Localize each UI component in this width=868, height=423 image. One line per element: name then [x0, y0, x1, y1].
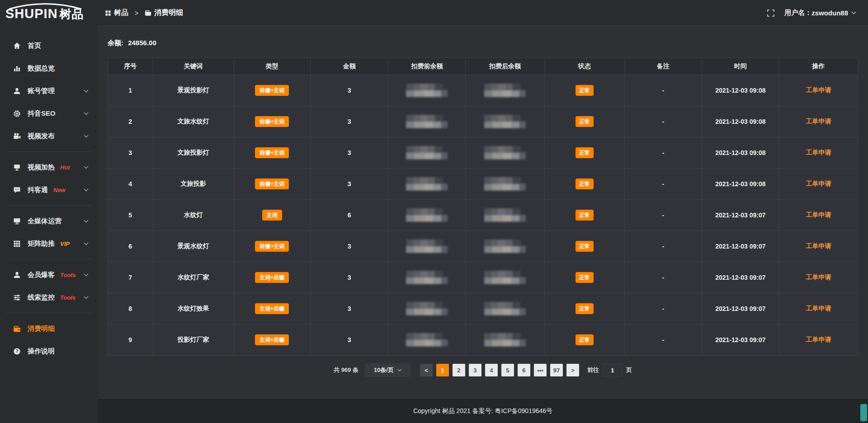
sidebar-item-label: 操作说明 [28, 347, 55, 356]
cell-balance-after [466, 106, 544, 137]
table-row: 3 文旅投影灯 前缀+主词 3 正常 - 2021-12-03 09:08 工单… [108, 137, 858, 169]
logo-arc [7, 2, 83, 9]
cell-type: 主词+后缀 [234, 324, 310, 356]
chevron-down-icon [84, 188, 89, 192]
work-order-link[interactable]: 工单申请 [806, 336, 831, 343]
cell-keyword: 景观水纹灯 [153, 231, 234, 262]
page-button-1[interactable]: 1 [436, 364, 449, 376]
sidebar-item-data-overview[interactable]: 数据总览 [0, 57, 98, 80]
page-button-5[interactable]: 5 [501, 364, 514, 376]
sidebar-item-home[interactable]: 首页 [0, 34, 98, 57]
cell-balance-after [466, 137, 544, 169]
cell-keyword: 投影灯厂家 [153, 324, 234, 356]
sidebar-item-member-burst[interactable]: 会员爆客 Tools [0, 263, 98, 286]
cell-remark: - [625, 200, 702, 231]
col-header-balance-after: 扣费后余额 [466, 58, 544, 75]
cell-status: 正常 [544, 200, 625, 231]
col-header-seq: 序号 [108, 58, 153, 75]
fullscreen-icon[interactable] [767, 9, 774, 17]
sidebar-item-consumption[interactable]: 消费明细 [0, 317, 98, 340]
sidebar-divider [6, 151, 91, 152]
cell-status: 正常 [544, 293, 625, 324]
cell-amount: 3 [310, 137, 388, 169]
col-header-balance-before: 扣费前余额 [388, 58, 466, 75]
cell-amount: 3 [310, 293, 388, 324]
cell-balance-after [466, 262, 544, 293]
content: 余额: 24856.00 序号 关键词 类型 金额 扣费前余额 扣费后余额 状态… [98, 26, 868, 399]
sidebar-item-lead-monitor[interactable]: 线索监控 Tools [0, 286, 98, 309]
more-pages-button[interactable]: ••• [534, 364, 547, 376]
sidebar-item-instructions[interactable]: ? 操作说明 [0, 340, 98, 362]
page-button-3[interactable]: 3 [469, 364, 481, 376]
cell-keyword: 水纹灯效果 [153, 293, 234, 324]
page-button-97[interactable]: 97 [550, 364, 563, 376]
cell-seq: 9 [108, 324, 153, 356]
cell-remark: - [625, 231, 702, 262]
work-order-link[interactable]: 工单申请 [806, 118, 831, 125]
next-page-button[interactable]: > [566, 364, 579, 376]
type-badge: 前缀+主词 [255, 179, 289, 189]
user-menu[interactable]: 用户名： zswodun88 [784, 9, 856, 17]
sidebar-item-media-operation[interactable]: 全媒体运营 [0, 210, 98, 232]
work-order-link[interactable]: 工单申请 [806, 305, 831, 312]
sliders-icon [13, 293, 21, 301]
breadcrumb-current[interactable]: 消费明细 [145, 8, 183, 18]
cell-seq: 3 [108, 137, 153, 169]
sidebar-item-account[interactable]: 账号管理 [0, 80, 98, 102]
chevron-down-icon [84, 273, 89, 277]
redacted-balance [406, 177, 448, 191]
page-size-select[interactable]: 10条/页 [365, 363, 411, 377]
col-header-type: 类型 [234, 58, 310, 75]
status-badge: 正常 [576, 85, 594, 96]
work-order-link[interactable]: 工单申请 [806, 211, 831, 218]
chevron-down-icon [84, 220, 89, 223]
cell-keyword: 文旅投影灯 [153, 137, 234, 169]
username-label: 用户名： [784, 9, 811, 17]
cell-time: 2021-12-03 09:08 [702, 75, 779, 106]
page-button-4[interactable]: 4 [485, 364, 498, 376]
work-order-link[interactable]: 工单申请 [806, 242, 831, 249]
cell-type: 主词+后缀 [234, 262, 310, 293]
cell-balance-before [388, 293, 466, 324]
page-button-6[interactable]: 6 [518, 364, 530, 376]
chevron-down-icon [397, 369, 402, 371]
floating-widget[interactable] [860, 404, 867, 421]
prev-page-button[interactable]: < [420, 364, 433, 376]
sidebar-item-video-publish[interactable]: 视频发布 [0, 125, 98, 147]
breadcrumb-brand[interactable]: 树品 [105, 8, 128, 18]
sidebar-item-label: 矩阵助推 [28, 240, 55, 248]
cell-keyword: 景观投影灯 [153, 75, 234, 106]
sidebar-item-label: 抖客通 [28, 186, 48, 194]
goto-page-input[interactable] [603, 364, 623, 376]
gear-icon [13, 109, 21, 118]
cell-action: 工单申请 [779, 106, 858, 137]
cell-balance-before [388, 262, 466, 293]
type-badge: 前缀+主词 [255, 85, 289, 96]
sidebar-item-doukotong[interactable]: 抖客通 New [0, 179, 98, 201]
cell-remark: - [625, 324, 702, 356]
hot-badge: Hot [60, 164, 70, 171]
cell-keyword: 文旅投影 [153, 169, 234, 200]
cell-action: 工单申请 [779, 200, 858, 231]
sidebar-item-label: 数据总览 [28, 64, 55, 73]
cell-status: 正常 [544, 231, 625, 262]
cell-amount: 3 [310, 262, 388, 293]
balance: 余额: 24856.00 [108, 39, 858, 47]
sidebar-item-video-heat[interactable]: 视频加热 Hot [0, 156, 98, 179]
type-badge: 主词+后缀 [255, 334, 289, 345]
table-row: 4 文旅投影 前缀+主词 3 正常 - 2021-12-03 09:08 工单申… [108, 169, 858, 200]
sidebar-item-douyin-seo[interactable]: 抖音SEO [0, 102, 98, 125]
page-button-2[interactable]: 2 [453, 364, 465, 376]
cell-type: 前缀+主词 [234, 106, 310, 137]
work-order-link[interactable]: 工单申请 [806, 149, 831, 156]
table-header-row: 序号 关键词 类型 金额 扣费前余额 扣费后余额 状态 备注 时间 操作 [108, 58, 858, 75]
redacted-balance [406, 84, 448, 97]
person-icon [13, 271, 21, 279]
cell-balance-after [466, 231, 544, 262]
work-order-link[interactable]: 工单申请 [806, 86, 831, 94]
work-order-link[interactable]: 工单申请 [806, 273, 831, 281]
work-order-link[interactable]: 工单申请 [806, 180, 831, 187]
sidebar-item-matrix-boost[interactable]: 矩阵助推 VIP [0, 232, 98, 255]
sidebar-item-label: 会员爆客 [28, 271, 55, 279]
chevron-down-icon [84, 242, 89, 245]
